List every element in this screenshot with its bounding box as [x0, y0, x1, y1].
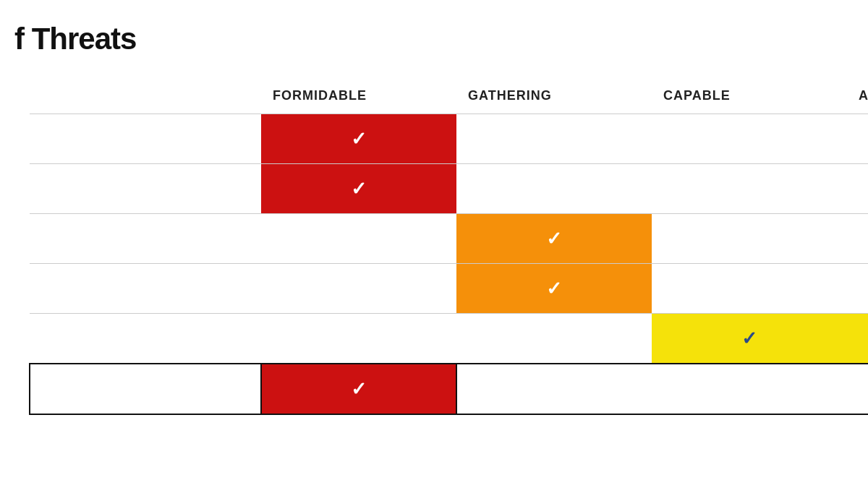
cell-capable [652, 114, 847, 164]
cell-gathering: ✓ [456, 264, 652, 314]
cell-row-label [30, 114, 261, 164]
table-row: ✓ [30, 264, 868, 314]
cell-extra [847, 264, 868, 314]
cell-capable [652, 264, 847, 314]
cell-capable [652, 364, 847, 414]
cell-row-label [30, 164, 261, 214]
header-extra: A [847, 78, 868, 114]
cell-extra [847, 164, 868, 214]
cell-gathering: ✓ [456, 214, 652, 264]
page-title: f Threats [14, 22, 868, 56]
cell-extra [847, 314, 868, 364]
checkmark-icon: ✓ [261, 164, 456, 213]
page-container: f Threats FORMIDABLE GATHERING CAPABLE A [0, 0, 868, 488]
checkmark-icon: ✓ [262, 364, 456, 414]
cell-extra [847, 114, 868, 164]
cell-formidable: ✓ [261, 364, 456, 414]
cell-formidable [261, 214, 456, 264]
cell-extra [847, 364, 868, 414]
cell-formidable: ✓ [261, 114, 456, 164]
table-header-row: FORMIDABLE GATHERING CAPABLE A [30, 78, 868, 114]
table-row: ✓ [30, 114, 868, 164]
cell-capable [652, 164, 847, 214]
checkmark-icon: ✓ [456, 214, 652, 263]
cell-extra [847, 214, 868, 264]
cell-row-label [30, 214, 261, 264]
table-row: ✓ [30, 314, 868, 364]
cell-formidable: ✓ [261, 164, 456, 214]
cell-row-label [30, 264, 261, 314]
cell-gathering [456, 164, 652, 214]
cell-gathering [456, 364, 652, 414]
checkmark-icon: ✓ [652, 314, 847, 363]
table-body: ✓✓✓✓✓✓ [30, 114, 868, 415]
cell-capable: ✓ [652, 314, 847, 364]
header-gathering: GATHERING [456, 78, 652, 114]
cell-gathering [456, 114, 652, 164]
checkmark-icon: ✓ [261, 114, 456, 163]
table-row: ✓ [30, 214, 868, 264]
header-capable: CAPABLE [652, 78, 847, 114]
table-row: ✓ [30, 164, 868, 214]
header-label [30, 78, 261, 114]
cell-row-label [30, 364, 261, 414]
threat-table: FORMIDABLE GATHERING CAPABLE A ✓✓✓✓✓✓ [29, 78, 868, 415]
cell-formidable [261, 314, 456, 364]
cell-row-label [30, 314, 261, 364]
header-formidable: FORMIDABLE [261, 78, 456, 114]
cell-formidable [261, 264, 456, 314]
cell-capable [652, 214, 847, 264]
table-wrapper: FORMIDABLE GATHERING CAPABLE A ✓✓✓✓✓✓ [29, 78, 868, 415]
table-row: ✓ [30, 364, 868, 414]
checkmark-icon: ✓ [456, 264, 652, 313]
cell-gathering [456, 314, 652, 364]
